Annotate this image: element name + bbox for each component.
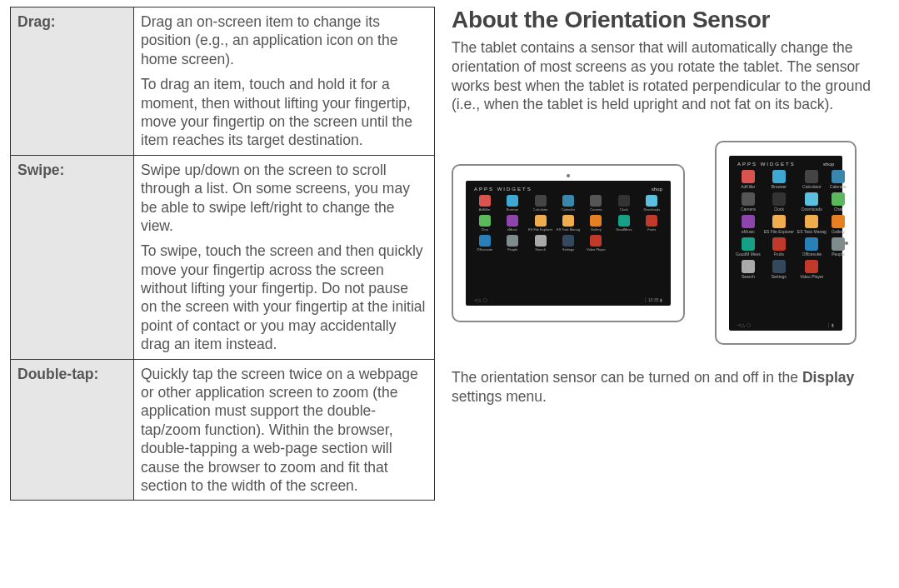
app-icon: Officesuite (797, 237, 827, 257)
app-label: Calculator (802, 184, 822, 189)
app-icon: Video Player (797, 260, 827, 279)
app-icon: Clock (612, 195, 636, 212)
app-label: Chat (481, 227, 487, 232)
app-icon: People (830, 237, 847, 257)
app-icon-graphic (479, 235, 491, 247)
orientation-section: About the Orientation Sensor The tablet … (452, 7, 889, 581)
app-label: Fruits (774, 252, 785, 257)
gesture-term: Swipe: (11, 155, 134, 359)
app-icon-graphic (507, 215, 518, 227)
table-row: Double-tap:Quickly tap the screen twice … (11, 359, 435, 501)
app-icon-graphic (742, 215, 755, 228)
app-label: Gallery (832, 229, 845, 234)
app-label: People (507, 247, 517, 252)
navbar: ◁ △ ▢⋮ ▮ (736, 322, 836, 327)
app-icon: Chat (830, 192, 847, 212)
app-label: eMusic (742, 229, 755, 234)
app-icon-graphic (805, 237, 818, 251)
app-icon-graphic (535, 195, 547, 207)
outro-bold: Display (802, 369, 854, 386)
app-label: Search (742, 274, 755, 279)
app-icon: Search (528, 235, 552, 252)
app-icon-graphic (832, 237, 845, 251)
app-label: Camera (741, 207, 756, 212)
app-icon: People (500, 235, 524, 252)
app-icon: AdKiller (472, 195, 497, 212)
gesture-description-para: Quickly tap the screen twice on a webpag… (141, 365, 427, 496)
app-icon-graphic (590, 215, 602, 227)
app-icon-graphic (805, 215, 818, 228)
app-icon: ES File Explorer (528, 215, 552, 232)
topbar-shop: shop (652, 187, 662, 192)
tablet-portrait-screen: APPS WIDGETS shop AdKillerBrowserCalcula… (729, 156, 842, 331)
gesture-term: Drag: (11, 7, 134, 156)
app-label: Downloads (802, 207, 822, 212)
app-label: GoodMess (616, 227, 632, 232)
gesture-description-para: Drag an on-screen item to change its pos… (141, 12, 427, 68)
gesture-description: Quickly tap the screen twice on a webpag… (134, 359, 435, 501)
outro-paragraph: The orientation sensor can be turned on … (452, 368, 889, 406)
app-label: eMusic (507, 227, 518, 232)
app-icon: Downloads (797, 192, 827, 212)
app-label: ES File Explorer (528, 227, 552, 232)
gesture-description-para: To swipe, touch the screen and then quic… (141, 242, 427, 353)
app-icon-graphic (832, 215, 845, 228)
app-label: Chat (834, 207, 843, 212)
app-label: Officesuite (477, 247, 492, 252)
outro-post: settings menu. (452, 388, 547, 405)
topbar-shop: shop (823, 162, 834, 167)
app-label: Browser (507, 207, 519, 212)
app-icon: Chat (472, 215, 497, 232)
app-label: Officesuite (802, 252, 822, 257)
app-icon: Calendar (556, 195, 580, 212)
app-icon-graphic (535, 235, 547, 247)
app-icon: AdKiller (736, 170, 761, 189)
app-grid-portrait: AdKillerBrowserCalculatorCalendarCameraC… (736, 170, 836, 322)
gesture-description: Drag an on-screen item to change its pos… (134, 7, 435, 156)
app-icon: Video Player (584, 235, 608, 252)
app-icon-graphic (772, 170, 786, 183)
app-label: Clock (774, 207, 785, 212)
app-label: ES Task Manag (557, 227, 580, 232)
app-icon-graphic (562, 215, 574, 227)
app-icon-graphic (507, 235, 518, 247)
app-icon: Downloads (640, 195, 664, 212)
app-label: ES File Explorer (764, 229, 794, 234)
app-label: GoodM Mess (736, 252, 761, 257)
app-icon: Calendar (830, 170, 847, 189)
gesture-table-column: Drag:Drag an on-screen item to change it… (10, 7, 435, 581)
app-icon: Camera (736, 192, 761, 212)
app-icon-graphic (805, 192, 818, 206)
app-icon: Settings (764, 260, 794, 279)
app-icon-graphic (805, 170, 818, 183)
outro-pre: The orientation sensor can be turned on … (452, 369, 802, 386)
app-icon-graphic (590, 235, 602, 247)
gesture-description: Swipe up/down on the screen to scroll th… (134, 155, 435, 359)
app-icon-graphic (590, 195, 602, 207)
app-icon-graphic (507, 195, 518, 207)
table-row: Swipe:Swipe up/down on the screen to scr… (11, 155, 435, 359)
gesture-description-para: Swipe up/down on the screen to scroll th… (141, 161, 427, 236)
app-icon-graphic (742, 170, 755, 183)
app-label: Downloads (643, 207, 660, 212)
app-label: Settings (772, 274, 787, 279)
app-label: Video Player (587, 247, 606, 252)
topbar-tabs: APPS WIDGETS (737, 162, 796, 167)
tablet-illustrations: APPS WIDGETS shop AdKillerBrowserCalcula… (452, 141, 889, 345)
app-label: Clock (620, 207, 628, 212)
app-icon: Fruits (764, 237, 794, 257)
app-label: Calendar (830, 184, 847, 189)
app-icon: Camera (584, 195, 608, 212)
topbar-tabs: APPS WIDGETS (474, 187, 532, 192)
app-label: Browser (772, 184, 787, 189)
section-title: About the Orientation Sensor (452, 7, 889, 33)
app-icon-graphic (742, 260, 755, 273)
app-icon-graphic (479, 195, 491, 207)
intro-paragraph: The tablet contains a sensor that will a… (452, 38, 889, 114)
app-icon: Officesuite (472, 235, 497, 252)
app-icon-graphic (772, 237, 786, 251)
app-icon: ES File Explorer (764, 215, 794, 234)
gesture-description-para: To drag an item, touch and hold it for a… (141, 75, 427, 150)
app-icon-graphic (562, 195, 574, 207)
app-label: Settings (562, 247, 574, 252)
